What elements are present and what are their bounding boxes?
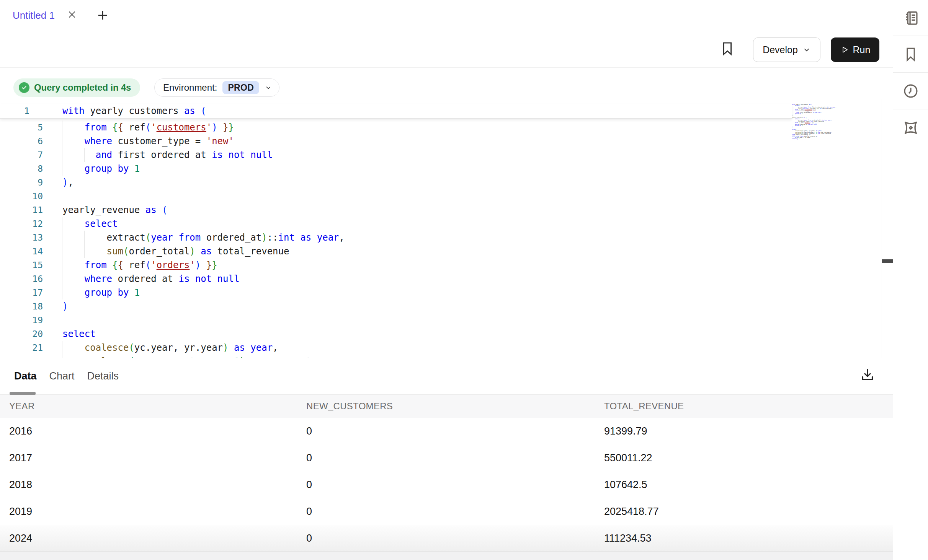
results-tab-bar: DataChartDetails (0, 358, 893, 395)
line-code: yearly_revenue as ( (62, 203, 168, 217)
environment-selector[interactable]: Environment: PROD (154, 78, 279, 97)
history-clock-icon (902, 82, 920, 100)
indent-guide (62, 341, 62, 358)
indent-guide (84, 148, 85, 162)
notebook-icon (902, 9, 920, 27)
plus-icon (96, 9, 109, 22)
line-number: 10 (0, 189, 43, 203)
rail-item-bookmarks[interactable] (893, 36, 928, 73)
table-cell: 0 (306, 479, 312, 491)
code-line[interactable]: 12 select (0, 217, 882, 231)
check-circle-icon (19, 82, 29, 93)
tab-untitled-1[interactable]: Untitled 1 (0, 0, 84, 31)
results-tab-details[interactable]: Details (87, 370, 119, 382)
table-cell: 107642.5 (604, 479, 647, 491)
table-cell: 2019 (9, 506, 32, 518)
bookmark-button[interactable] (719, 40, 736, 58)
line-code: from {{ ref('orders') }} (62, 258, 217, 272)
line-number: 20 (0, 327, 43, 341)
code-line[interactable]: 13 extract(year from ordered_at)::int as… (0, 231, 882, 244)
line-code: select (62, 217, 118, 231)
run-button[interactable]: Run (831, 37, 879, 62)
panel-resize-handle[interactable] (882, 259, 893, 263)
code-line[interactable]: 22 coalesce(yc.new_customers, 0) as new_… (0, 355, 882, 358)
indent-guide (62, 217, 62, 300)
active-tab-indicator (10, 392, 36, 395)
play-icon (840, 45, 849, 54)
line-code: where ordered_at is not null (62, 272, 239, 286)
code-line[interactable]: 20select (0, 327, 882, 341)
rail-item-history[interactable] (893, 73, 928, 109)
horizontal-scrollbar[interactable] (0, 551, 893, 560)
code-line[interactable]: 19 (0, 313, 882, 327)
chevron-down-icon (802, 46, 811, 54)
new-tab-button[interactable] (91, 0, 114, 31)
column-header: TOTAL_REVENUE (604, 401, 684, 412)
tab-label: Untitled 1 (13, 10, 55, 21)
code-line[interactable]: 21 coalesce(yc.year, yr.year) as year, (0, 341, 882, 355)
line-number: 16 (0, 272, 43, 286)
line-number: 22 (0, 355, 43, 358)
code-line[interactable]: 18) (0, 300, 882, 313)
column-header: NEW_CUSTOMERS (306, 401, 393, 412)
line-code: group by 1 (62, 286, 140, 300)
line-number: 5 (0, 120, 43, 134)
line-number: 14 (0, 244, 43, 258)
column-header: YEAR (9, 401, 35, 412)
table-cell: 550011.22 (604, 452, 652, 464)
table-cell: 2024 (9, 532, 32, 544)
results-tab-chart[interactable]: Chart (49, 370, 75, 382)
table-row: 20170550011.22 (0, 444, 893, 472)
code-line[interactable]: 16 where ordered_at is not null (0, 272, 882, 286)
code-line[interactable]: 6 where customer_type = 'new' (0, 134, 882, 148)
line-code: coalesce(yc.new_customers, 0) as new_cus… (62, 355, 345, 358)
rail-item-notebook[interactable] (893, 0, 928, 36)
line-code: group by 1 (62, 162, 140, 176)
collapsed-panel-strip (882, 99, 893, 358)
line-number: 17 (0, 286, 43, 300)
code-line[interactable]: 8 group by 1 (0, 162, 882, 176)
develop-label: Develop (763, 44, 798, 55)
sql-editor[interactable]: 5 from {{ ref('customers') }}6 where cus… (0, 99, 882, 358)
line-code: ) (62, 300, 68, 313)
sticky-scroll-line[interactable]: 1 with yearly_customers as ( (0, 104, 792, 119)
chevron-down-icon (265, 84, 272, 91)
editor-minimap[interactable]: with yearly_customers as ( select extrac… (792, 104, 868, 140)
line-number: 11 (0, 203, 43, 217)
query-status-badge: Query completed in 4s (13, 78, 140, 97)
code-line[interactable]: 7 and first_ordered_at is not null (0, 148, 882, 162)
line-code: where customer_type = 'new' (62, 134, 234, 148)
download-results-button[interactable] (858, 365, 877, 385)
indent-guide (62, 120, 62, 176)
code-line[interactable]: 14 sum(order_total) as total_revenue (0, 244, 882, 258)
code-line[interactable]: 15 from {{ ref('orders') }} (0, 258, 882, 272)
bookmark-icon (902, 46, 919, 63)
line-number: 7 (0, 148, 43, 162)
right-icon-rail (893, 0, 928, 560)
line-code: and first_ordered_at is not null (62, 148, 273, 162)
line-number: 19 (0, 313, 43, 327)
toolbar: Develop Run (0, 31, 893, 68)
rail-item-explore[interactable] (893, 109, 928, 146)
table-cell: 2018 (9, 479, 32, 491)
code-line[interactable]: 10 (0, 189, 882, 203)
code-line[interactable]: 17 group by 1 (0, 286, 882, 300)
line-code: extract(year from ordered_at)::int as ye… (62, 231, 345, 244)
line-number: 12 (0, 217, 43, 231)
line-code: from {{ ref('customers') }} (62, 120, 234, 134)
table-cell: 111234.53 (604, 532, 652, 544)
results-table-header: YEARNEW_CUSTOMERSTOTAL_REVENUE (0, 395, 893, 418)
bookmark-icon (719, 40, 735, 57)
code-line[interactable]: 9), (0, 176, 882, 189)
line-number: 18 (0, 300, 43, 313)
results-tab-data[interactable]: Data (14, 370, 37, 382)
environment-value-chip: PROD (222, 81, 259, 94)
code-line[interactable]: 5 from {{ ref('customers') }} (0, 120, 882, 134)
table-row: 201902025418.77 (0, 498, 893, 525)
table-cell: 0 (306, 425, 312, 437)
close-tab-icon[interactable] (67, 10, 77, 21)
query-status-text: Query completed in 4s (34, 82, 131, 93)
develop-dropdown[interactable]: Develop (753, 37, 820, 62)
code-line[interactable]: 11yearly_revenue as ( (0, 203, 882, 217)
table-cell: 2025418.77 (604, 506, 659, 518)
